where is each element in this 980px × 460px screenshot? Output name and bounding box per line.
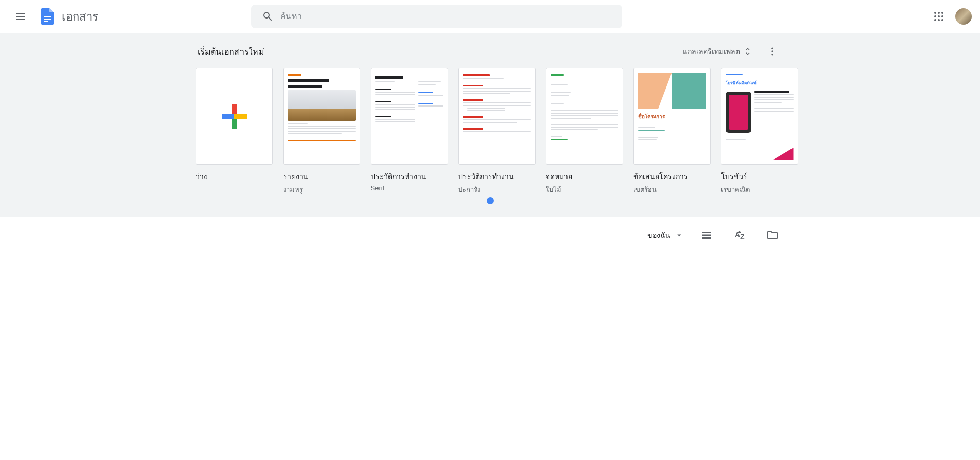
svg-rect-2	[44, 21, 48, 22]
svg-rect-0	[44, 16, 51, 17]
template-proposal[interactable]: ชื่อโครงการ ข้อเสนอโครงการ เขตร้อน	[633, 68, 711, 195]
svg-point-9	[934, 19, 936, 21]
list-view-icon	[700, 229, 713, 241]
template-thumb	[458, 68, 536, 165]
template-subtitle: ใบไม้	[546, 184, 623, 195]
template-thumb: ชื่อโครงการ	[633, 68, 711, 165]
menu-icon	[14, 10, 27, 23]
template-resume-coral[interactable]: ประวัติการทำงาน ปะการัง	[458, 68, 536, 195]
template-title: ว่าง	[196, 171, 273, 182]
templates-section: เริ่มต้นเอกสารใหม่ แกลเลอรีเทมเพลต ว่าง	[0, 33, 980, 217]
svg-point-3	[934, 12, 936, 14]
templates-header: เริ่มต้นเอกสารใหม่ แกลเลอรีเทมเพลต	[194, 41, 787, 68]
template-subtitle: เรขาคณิต	[721, 184, 798, 195]
list-view-button[interactable]	[696, 225, 717, 245]
template-subtitle: เขตร้อน	[633, 184, 711, 195]
account-avatar[interactable]	[955, 8, 972, 25]
loading-indicator	[487, 197, 494, 204]
search-input[interactable]	[280, 12, 618, 21]
docs-logo-button[interactable]	[37, 6, 58, 27]
svg-point-6	[934, 15, 936, 17]
template-subtitle: งามหรู	[283, 184, 360, 195]
svg-point-4	[938, 12, 940, 14]
templates-grid: ว่าง รายงาน	[194, 68, 787, 195]
app-title: เอกสาร	[62, 8, 98, 26]
template-thumb	[283, 68, 360, 165]
gallery-label: แกลเลอรีเทมเพลต	[683, 46, 740, 57]
documents-toolbar: ของฉัน A Z	[192, 225, 789, 245]
svg-point-5	[941, 12, 943, 14]
svg-point-13	[771, 50, 773, 52]
svg-text:Z: Z	[740, 233, 745, 241]
template-thumb: โบรชัวร์ผลิตภัณฑ์	[721, 68, 798, 165]
template-report[interactable]: รายงาน งามหรู	[283, 68, 360, 195]
template-gallery-button[interactable]: แกลเลอรีเทมเพลต	[678, 43, 758, 60]
template-title: ประวัติการทำงาน	[371, 171, 448, 182]
template-resume-serif[interactable]: ประวัติการทำงาน Serif	[371, 68, 448, 195]
search-container	[251, 5, 622, 28]
folder-icon	[766, 229, 779, 241]
app-header: เอกสาร	[0, 0, 980, 33]
template-brochure[interactable]: โบรชัวร์ผลิตภัณฑ์	[721, 68, 798, 195]
template-title: รายงาน	[283, 171, 360, 182]
more-vert-icon	[767, 46, 778, 57]
svg-rect-1	[44, 19, 51, 20]
google-apps-button[interactable]	[929, 6, 949, 27]
search-box[interactable]	[251, 5, 622, 28]
template-thumb	[196, 68, 273, 165]
main-menu-button[interactable]	[8, 4, 33, 29]
templates-title: เริ่มต้นเอกสารใหม่	[198, 45, 264, 58]
svg-point-14	[771, 54, 773, 55]
header-actions	[929, 6, 972, 27]
template-subtitle: Serif	[371, 184, 448, 192]
open-file-picker-button[interactable]	[762, 225, 783, 245]
template-title: ประวัติการทำงาน	[458, 171, 536, 182]
svg-point-12	[771, 48, 773, 49]
templates-actions: แกลเลอรีเทมเพลต	[678, 41, 783, 62]
template-thumb	[371, 68, 448, 165]
template-title: โบรชัวร์	[721, 171, 798, 182]
svg-point-10	[938, 19, 940, 21]
svg-point-11	[941, 19, 943, 21]
dropdown-icon	[675, 231, 684, 240]
plus-icon	[222, 104, 247, 129]
owner-filter-label: ของฉัน	[647, 229, 670, 241]
template-letter[interactable]: จดหมาย ใบไม้	[546, 68, 623, 195]
template-title: ข้อเสนอโครงการ	[633, 171, 711, 182]
template-subtitle: ปะการัง	[458, 184, 536, 195]
template-thumb	[546, 68, 623, 165]
svg-point-7	[938, 15, 940, 17]
template-blank[interactable]: ว่าง	[196, 68, 273, 195]
apps-icon	[933, 10, 945, 23]
template-title: จดหมาย	[546, 171, 623, 182]
svg-point-8	[941, 15, 943, 17]
unfold-icon	[743, 47, 752, 56]
sort-button[interactable]: A Z	[729, 225, 750, 245]
search-icon	[255, 10, 280, 23]
templates-more-button[interactable]	[762, 41, 783, 62]
docs-logo-icon	[38, 7, 57, 26]
owner-filter-dropdown[interactable]: ของฉัน	[647, 229, 684, 241]
sort-az-icon: A Z	[733, 229, 746, 241]
